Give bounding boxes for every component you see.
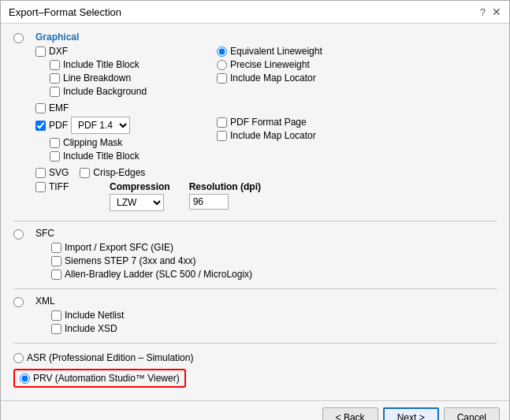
equiv-lineweight-row: Equivalent Lineweight: [217, 46, 322, 57]
svg-label: SVG: [49, 167, 69, 178]
graphical-body: Graphical DXF Include Title Block: [35, 32, 497, 214]
include-xsd-checkbox[interactable]: [51, 324, 61, 334]
sfc-body: SFC Import / Export SFC (GIE) Siemens ST…: [35, 228, 497, 282]
tiff-row: TIFF Compression LZW None Deflate: [35, 181, 497, 211]
include-title-block-row: Include Title Block: [50, 59, 217, 70]
xml-section: XML Include Netlist Include XSD: [13, 295, 497, 336]
pdf-checkbox[interactable]: [35, 121, 46, 131]
sfc-allen-bradley-label: Allen-Bradley Ladder (SLC 500 / MicroLog…: [65, 269, 252, 280]
sfc-options: Import / Export SFC (GIE) Siemens STEP 7…: [51, 242, 497, 280]
next-button[interactable]: Next >: [383, 407, 439, 420]
back-button[interactable]: < Back: [322, 407, 378, 420]
include-map-locator-dxf-row: Include Map Locator: [217, 72, 322, 84]
dxf-left: DXF Include Title Block Line Breakdown: [35, 46, 217, 99]
line-breakdown-label: Line Breakdown: [63, 72, 131, 84]
crisp-edges-checkbox[interactable]: [80, 168, 90, 178]
pdf-left: PDF PDF 1.4 PDF 1.5 PDF 1.6 Clipping Mas…: [35, 117, 217, 164]
sfc-gie-label: Import / Export SFC (GIE): [65, 242, 173, 253]
sfc-gie-row: Import / Export SFC (GIE): [51, 242, 497, 253]
graphical-radio[interactable]: [13, 33, 24, 43]
line-breakdown-checkbox[interactable]: [50, 73, 60, 84]
tiff-checkbox-col: TIFF: [35, 181, 106, 192]
xml-options: Include Netlist Include XSD: [51, 310, 497, 334]
resolution-input[interactable]: [189, 194, 229, 210]
include-xsd-label: Include XSD: [65, 323, 117, 334]
include-netlist-row: Include Netlist: [51, 310, 497, 321]
asr-radio[interactable]: [13, 353, 24, 363]
include-background-label: Include Background: [63, 86, 147, 97]
help-icon[interactable]: ?: [480, 6, 486, 18]
asr-label: ASR (Professional Edition – Simulation): [27, 352, 193, 363]
resolution-label: Resolution (dpi): [189, 181, 261, 192]
line-breakdown-row: Line Breakdown: [50, 72, 217, 84]
graphical-radio-col: [13, 32, 35, 46]
compression-section: Compression LZW None Deflate: [110, 181, 170, 211]
sfc-gie-checkbox[interactable]: [51, 243, 61, 253]
emf-row: EMF: [35, 102, 497, 113]
include-title-block-checkbox[interactable]: [50, 60, 60, 70]
asr-row: ASR (Professional Edition – Simulation): [13, 350, 497, 366]
emf-label: EMF: [49, 102, 69, 113]
svg-checkbox[interactable]: [35, 168, 46, 178]
dialog-title: Export–Format Selection: [9, 6, 121, 18]
graphical-label: Graphical: [35, 32, 497, 43]
content-area: Graphical DXF Include Title Block: [1, 24, 509, 400]
compression-select[interactable]: LZW None Deflate: [110, 194, 164, 211]
titlebar-controls: ? ✕: [480, 6, 501, 18]
titlebar: Export–Format Selection ? ✕: [1, 1, 509, 24]
pdf-row: PDF PDF 1.4 PDF 1.5 PDF 1.6 Clipping Mas…: [35, 117, 497, 164]
sfc-radio-col: [13, 228, 35, 242]
emf-checkbox[interactable]: [35, 103, 46, 113]
close-icon[interactable]: ✕: [492, 6, 501, 18]
pdf-format-page-checkbox[interactable]: [217, 117, 227, 128]
pdf-suboptions: Clipping Mask Include Title Block: [50, 137, 217, 164]
include-map-locator-dxf-label: Include Map Locator: [230, 72, 316, 84]
divider-1: [13, 221, 497, 221]
sfc-section: SFC Import / Export SFC (GIE) Siemens ST…: [13, 228, 497, 282]
crisp-edges-label: Crisp-Edges: [93, 167, 145, 178]
pdf-format-page-label: PDF Format Page: [230, 117, 307, 128]
pdf-format-page-row: PDF Format Page: [217, 117, 316, 128]
pdf-include-map-locator-checkbox[interactable]: [217, 131, 227, 141]
pdf-right: PDF Format Page Include Map Locator: [217, 117, 316, 143]
sfc-allen-bradley-checkbox[interactable]: [51, 269, 61, 280]
clipping-mask-checkbox[interactable]: [50, 138, 60, 148]
precise-lineweight-radio[interactable]: [217, 60, 227, 70]
sfc-siemens-row: Siemens STEP 7 (3xx and 4xx): [51, 255, 497, 266]
pdf-version-select[interactable]: PDF 1.4 PDF 1.5 PDF 1.6: [71, 117, 130, 134]
include-xsd-row: Include XSD: [51, 323, 497, 334]
tiff-settings: Compression LZW None Deflate Resolution …: [110, 181, 261, 211]
footer: < Back Next > Cancel: [1, 400, 509, 420]
sfc-siemens-label: Siemens STEP 7 (3xx and 4xx): [65, 255, 196, 266]
pdf-label: PDF: [49, 120, 68, 131]
tiff-label: TIFF: [49, 181, 69, 192]
prv-row[interactable]: PRV (Automation Studio™ Viewer): [13, 369, 186, 388]
dxf-checkbox-row: DXF: [35, 46, 217, 57]
sfc-allen-bradley-row: Allen-Bradley Ladder (SLC 500 / MicroLog…: [51, 269, 497, 280]
equiv-lineweight-radio[interactable]: [217, 46, 227, 57]
include-netlist-label: Include Netlist: [65, 310, 124, 321]
resolution-section: Resolution (dpi): [189, 181, 261, 211]
sfc-siemens-checkbox[interactable]: [51, 256, 61, 266]
include-background-row: Include Background: [50, 86, 217, 97]
sfc-label: SFC: [35, 228, 497, 239]
pdf-include-map-locator-label: Include Map Locator: [230, 130, 316, 141]
dxf-right: Equivalent Lineweight Precise Lineweight…: [217, 46, 322, 86]
export-dialog: Export–Format Selection ? ✕ Graphical DX…: [0, 0, 510, 420]
tiff-checkbox[interactable]: [35, 182, 46, 192]
pdf-include-title-block-row: Include Title Block: [50, 151, 217, 162]
crisp-edges-row: Crisp-Edges: [80, 167, 145, 178]
divider-2: [13, 288, 497, 289]
include-map-locator-dxf-checkbox[interactable]: [217, 73, 227, 84]
cancel-button[interactable]: Cancel: [444, 407, 500, 420]
xml-radio[interactable]: [13, 297, 24, 307]
include-title-block-label: Include Title Block: [63, 59, 140, 70]
xml-body: XML Include Netlist Include XSD: [35, 295, 497, 336]
include-netlist-checkbox[interactable]: [51, 310, 61, 321]
sfc-radio[interactable]: [13, 229, 24, 240]
dxf-label: DXF: [49, 46, 68, 57]
prv-radio[interactable]: [20, 374, 30, 384]
include-background-checkbox[interactable]: [50, 87, 60, 97]
pdf-include-title-block-checkbox[interactable]: [50, 151, 60, 162]
dxf-checkbox[interactable]: [35, 46, 46, 57]
